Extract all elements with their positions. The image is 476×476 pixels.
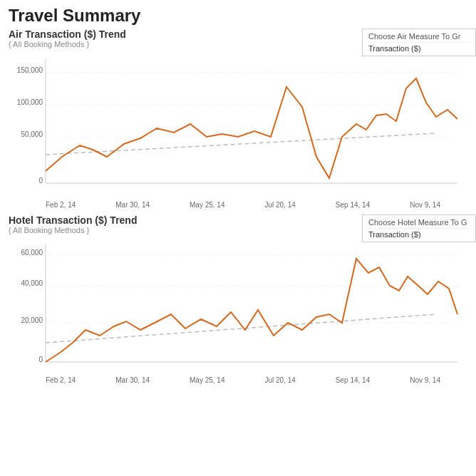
- air-chart-container: 150,000 100,000 50,000 0: [9, 51, 467, 201]
- air-chart-svg: 150,000 100,000 50,000 0: [9, 51, 467, 201]
- svg-text:40,000: 40,000: [21, 279, 43, 287]
- hotel-chart-svg: 60,000 40,000 20,000 0: [9, 237, 467, 376]
- air-x-label-6: Nov 9, 14: [410, 201, 440, 209]
- air-chart-section: Choose Air Measure To Gr Transaction ($)…: [0, 29, 476, 209]
- air-x-label-1: Feb 2, 14: [46, 201, 76, 209]
- svg-text:150,000: 150,000: [17, 66, 43, 74]
- air-x-label-2: Mar 30, 14: [115, 201, 150, 209]
- hotel-measure-title: Choose Hotel Measure To G: [368, 218, 470, 229]
- svg-line-19: [46, 314, 436, 343]
- hotel-x-label-4: Jul 20, 14: [264, 376, 295, 384]
- svg-text:50,000: 50,000: [21, 130, 43, 138]
- svg-text:0: 0: [38, 177, 43, 185]
- hotel-measure-value: Transaction ($): [368, 230, 470, 239]
- hotel-measure-box[interactable]: Choose Hotel Measure To G Transaction ($…: [362, 214, 476, 242]
- air-measure-box[interactable]: Choose Air Measure To Gr Transaction ($): [362, 29, 476, 56]
- hotel-x-labels: Feb 2, 14 Mar 30, 14 May 25, 14 Jul 20, …: [9, 376, 467, 384]
- hotel-chart-container: 60,000 40,000 20,000 0: [9, 237, 467, 376]
- hotel-x-label-5: Sep 14, 14: [336, 376, 370, 384]
- hotel-x-label-1: Feb 2, 14: [46, 376, 76, 384]
- hotel-x-label-2: Mar 30, 14: [115, 376, 150, 384]
- svg-text:60,000: 60,000: [21, 249, 43, 257]
- hotel-chart-section: Choose Hotel Measure To G Transaction ($…: [0, 214, 476, 384]
- hotel-x-label-3: May 25, 14: [190, 376, 224, 384]
- page-title: Travel Summary: [0, 0, 476, 29]
- air-x-labels: Feb 2, 14 Mar 30, 14 May 25, 14 Jul 20, …: [9, 201, 467, 209]
- air-x-label-4: Jul 20, 14: [264, 201, 295, 209]
- svg-text:0: 0: [38, 356, 43, 363]
- hotel-x-label-6: Nov 9, 14: [410, 376, 440, 384]
- svg-text:20,000: 20,000: [21, 316, 43, 324]
- svg-text:100,000: 100,000: [17, 98, 43, 106]
- air-measure-value: Transaction ($): [368, 44, 470, 53]
- air-x-label-5: Sep 14, 14: [336, 201, 370, 209]
- air-measure-title: Choose Air Measure To Gr: [368, 32, 470, 43]
- air-x-label-3: May 25, 14: [190, 201, 224, 209]
